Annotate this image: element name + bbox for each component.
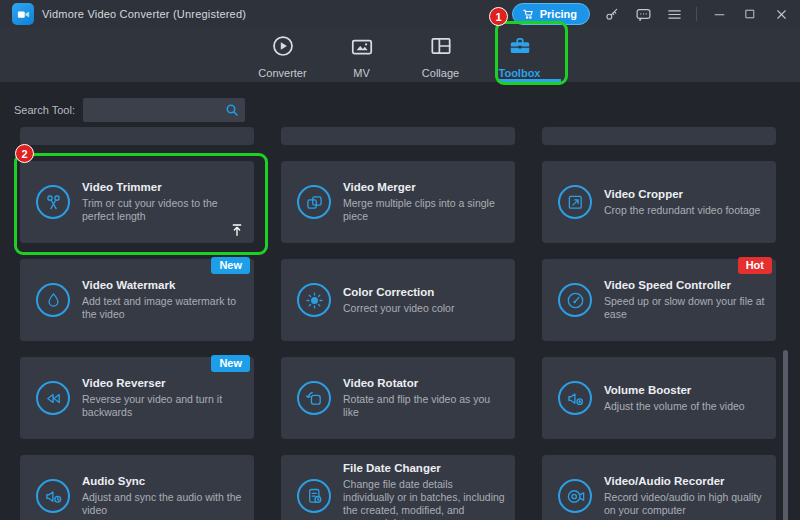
file-clock-icon	[297, 479, 331, 513]
search-icon[interactable]	[224, 102, 240, 118]
tool-desc: Speed up or slow down your file at ease	[604, 295, 766, 321]
tool-card-volume-booster[interactable]: Volume Booster Adjust the volume of the …	[542, 357, 776, 439]
tool-desc: Trim or cut your videos to the perfect l…	[82, 197, 244, 223]
window-title: Vidmore Video Converter (Unregistered)	[42, 8, 246, 20]
tool-desc: Adjust the volume of the video	[604, 400, 745, 413]
tool-card-video-speed-controller[interactable]: Hot Video Speed Controller Speed up or s…	[542, 259, 776, 341]
tool-card-video-trimmer[interactable]: Video Trimmer Trim or cut your videos to…	[20, 161, 254, 243]
tool-card-color-correction[interactable]: Color Correction Correct your video colo…	[281, 259, 515, 341]
speaker-down-icon	[558, 381, 592, 415]
tool-card-video-cropper[interactable]: Video Cropper Crop the redundant video f…	[542, 161, 776, 243]
cart-icon	[522, 8, 535, 21]
search-row: Search Tool:	[14, 98, 245, 122]
tab-label: MV	[353, 67, 370, 79]
sun-icon	[297, 283, 331, 317]
tab-mv[interactable]: MV	[322, 28, 401, 82]
tool-title: Volume Booster	[604, 384, 745, 396]
rotate-square-icon	[297, 381, 331, 415]
close-icon[interactable]	[772, 5, 790, 23]
vertical-scrollbar[interactable]	[783, 350, 788, 520]
new-badge: New	[211, 257, 250, 274]
crop-icon	[558, 185, 592, 219]
tool-title: Video Cropper	[604, 188, 760, 200]
tab-converter[interactable]: Converter	[243, 28, 322, 82]
tool-desc: Add text and image watermark to the vide…	[82, 295, 244, 321]
app-logo-icon	[12, 3, 34, 25]
overlap-squares-icon	[297, 185, 331, 219]
export-top-arrow-icon	[229, 222, 245, 238]
tool-title: Video Watermark	[82, 279, 244, 291]
tab-bar: Converter MV Collage Toolbox	[0, 28, 800, 82]
tab-label: Toolbox	[499, 67, 541, 79]
new-badge: New	[211, 355, 250, 372]
convert-play-icon	[270, 33, 296, 63]
tool-card-video-watermark[interactable]: New Video Watermark Add text and image w…	[20, 259, 254, 341]
speedometer-icon	[558, 283, 592, 317]
title-bar: Vidmore Video Converter (Unregistered) P…	[0, 0, 800, 28]
tool-title: Video Merger	[343, 181, 505, 193]
tool-desc: Change file date details individually or…	[343, 478, 505, 520]
tool-title: Video Rotator	[343, 377, 505, 389]
tool-title: Video Speed Controller	[604, 279, 766, 291]
collage-layout-icon	[428, 33, 454, 63]
search-input[interactable]	[83, 98, 245, 122]
tab-label: Collage	[422, 67, 459, 79]
tool-card-video-audio-recorder[interactable]: Video/Audio Recorder Record video/audio …	[542, 455, 776, 520]
tool-card-video-merger[interactable]: Video Merger Merge multiple clips into a…	[281, 161, 515, 243]
tool-desc: Adjust and sync the audio with the video	[82, 491, 244, 517]
tool-card-partial[interactable]	[281, 127, 515, 145]
tool-desc: Rotate and flip the video as you like	[343, 393, 505, 419]
tool-card-partial[interactable]	[542, 127, 776, 145]
tool-desc: Reverse your video and turn it backwards	[82, 393, 244, 419]
scissors-icon	[36, 185, 70, 219]
tab-collage[interactable]: Collage	[401, 28, 480, 82]
tool-title: Video Trimmer	[82, 181, 244, 193]
tool-title: Audio Sync	[82, 475, 244, 487]
maximize-icon[interactable]	[741, 5, 759, 23]
tool-desc: Merge multiple clips into a single piece	[343, 197, 505, 223]
tool-title: Video Reverser	[82, 377, 244, 389]
speaker-clock-icon	[36, 479, 70, 513]
active-tab-underline	[497, 79, 561, 82]
tab-toolbox[interactable]: Toolbox	[480, 28, 559, 82]
tool-card-audio-sync[interactable]: Audio Sync Adjust and sync the audio wit…	[20, 455, 254, 520]
tool-card-video-reverser[interactable]: New Video Reverser Reverse your video an…	[20, 357, 254, 439]
tool-desc: Crop the redundant video footage	[604, 204, 760, 217]
water-drop-icon	[36, 283, 70, 317]
feedback-chat-icon[interactable]	[634, 5, 652, 23]
tool-card-file-date-changer[interactable]: File Date Changer Change file date detai…	[281, 455, 515, 520]
tools-grid: Video Trimmer Trim or cut your videos to…	[20, 127, 776, 520]
tv-picture-icon	[349, 33, 375, 63]
annotation-step1-badge: 1	[489, 7, 508, 26]
camera-record-icon	[558, 479, 592, 513]
pricing-button[interactable]: Pricing	[512, 3, 590, 25]
tool-card-partial[interactable]	[20, 127, 254, 145]
tool-title: Video/Audio Recorder	[604, 475, 766, 487]
menu-icon[interactable]	[665, 5, 683, 23]
key-icon[interactable]	[603, 5, 621, 23]
toolbox-briefcase-icon	[507, 33, 533, 63]
search-label: Search Tool:	[14, 104, 75, 116]
tool-title: File Date Changer	[343, 462, 505, 474]
pricing-label: Pricing	[540, 8, 577, 20]
tab-label: Converter	[258, 67, 306, 79]
toolbox-panel: Search Tool: Video Trimmer Trim or cut y…	[0, 82, 800, 520]
minimize-icon[interactable]	[710, 5, 728, 23]
hot-badge: Hot	[738, 257, 772, 274]
tool-card-video-rotator[interactable]: Video Rotator Rotate and flip the video …	[281, 357, 515, 439]
annotation-step2-badge: 2	[15, 144, 34, 163]
tool-desc: Record video/audio in high quality on yo…	[604, 491, 766, 517]
tool-desc: Correct your video color	[343, 302, 454, 315]
tool-title: Color Correction	[343, 286, 454, 298]
rewind-icon	[36, 381, 70, 415]
titlebar-divider	[696, 7, 697, 21]
